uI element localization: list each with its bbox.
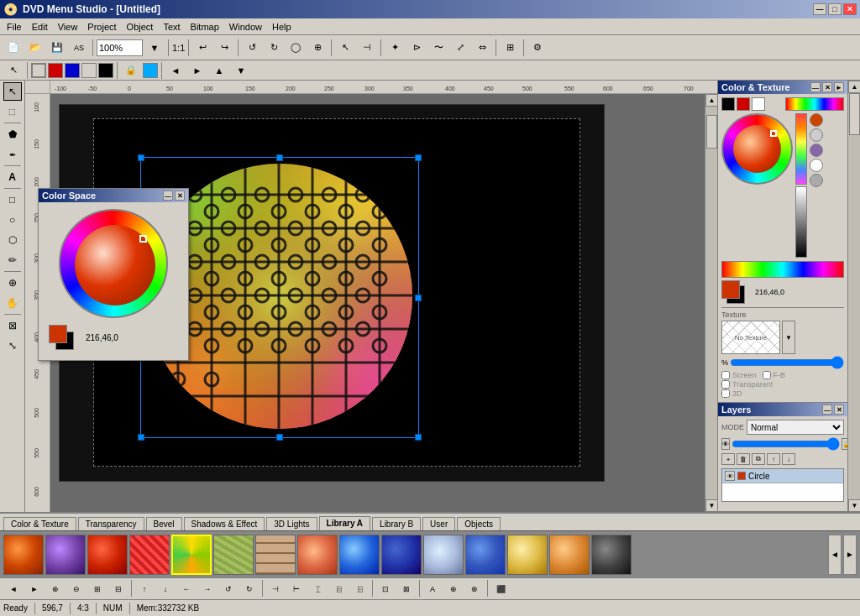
menu-bitmap[interactable]: Bitmap: [186, 20, 224, 34]
nav-left[interactable]: ◄: [165, 61, 186, 80]
bt-12[interactable]: ↻: [239, 580, 260, 598]
bt-11[interactable]: ↺: [218, 580, 239, 598]
zoom-tool[interactable]: ⊕: [3, 274, 22, 292]
lib-next-btn[interactable]: ►: [843, 535, 857, 575]
layers-minimize-btn[interactable]: —: [822, 405, 832, 415]
tab-library-a[interactable]: Library A: [319, 516, 371, 530]
lib-thumb-12[interactable]: [465, 535, 506, 575]
menu-text[interactable]: Text: [158, 20, 185, 34]
bt-10[interactable]: →: [197, 580, 218, 598]
arrow-tool[interactable]: ↖: [3, 61, 24, 80]
bt-13[interactable]: ⊣: [265, 580, 286, 598]
tab-3d-lights[interactable]: 3D Lights: [266, 517, 317, 530]
poly-tool[interactable]: ⬡: [3, 231, 22, 249]
lib-thumb-9[interactable]: [339, 535, 380, 575]
lib-thumb-7[interactable]: [255, 535, 296, 575]
handle-bl[interactable]: [138, 434, 144, 441]
hue-strip[interactable]: [795, 113, 807, 185]
bt-9[interactable]: ←: [176, 580, 197, 598]
tab-objects[interactable]: Objects: [457, 517, 501, 530]
bt-3[interactable]: ⊕: [45, 580, 66, 598]
screen-checkbox[interactable]: [721, 371, 730, 379]
minimize-button[interactable]: —: [813, 3, 826, 15]
rotate-ccw[interactable]: ↺: [242, 39, 262, 57]
v-scrollbar[interactable]: ▲ ▼: [705, 94, 717, 512]
fg-color-swatch[interactable]: [721, 280, 740, 299]
bt-6[interactable]: ⊟: [108, 580, 128, 598]
bt-4[interactable]: ⊖: [66, 580, 87, 598]
delete-layer-btn[interactable]: 🗑: [737, 453, 750, 465]
nav-up[interactable]: ▲: [209, 61, 229, 80]
cs-close-btn[interactable]: ✕: [175, 191, 185, 201]
menu-file[interactable]: File: [2, 20, 27, 34]
swatch-red[interactable]: [737, 97, 750, 111]
right-scroll-down[interactable]: ▼: [848, 499, 860, 512]
target-btn[interactable]: ⊕: [307, 39, 328, 57]
bt-19[interactable]: ⊠: [396, 580, 417, 598]
fill-swatch-black[interactable]: [98, 63, 113, 78]
nav-right[interactable]: ►: [187, 61, 207, 80]
pen-tool[interactable]: ✏: [3, 251, 22, 269]
lib-thumb-13[interactable]: [507, 535, 548, 575]
handle-tr[interactable]: [415, 154, 422, 161]
handle-bm[interactable]: [276, 434, 283, 441]
outline-swatch[interactable]: [31, 63, 46, 78]
bt-8[interactable]: ↓: [155, 580, 176, 598]
swatch-black[interactable]: [721, 97, 735, 111]
select-tool[interactable]: ↖: [3, 82, 22, 101]
scroll-thumb[interactable]: [706, 115, 717, 149]
path-tool[interactable]: ⊳: [406, 39, 427, 57]
lib-thumb-1[interactable]: [3, 535, 44, 575]
scroll-down-btn[interactable]: ▼: [705, 499, 717, 512]
panel-minimize-btn[interactable]: —: [810, 82, 821, 92]
new-layer-btn[interactable]: +: [721, 453, 735, 465]
color-spectrum-strip[interactable]: [785, 97, 844, 111]
fill-swatch-gray[interactable]: [81, 63, 97, 78]
crop-tool[interactable]: ⊠: [3, 316, 22, 335]
open-button[interactable]: 📂: [25, 39, 45, 57]
bt-2[interactable]: ►: [24, 580, 45, 598]
mirror-tool[interactable]: ⇔: [472, 39, 492, 57]
threed-checkbox[interactable]: [721, 389, 730, 398]
hand-tool[interactable]: ✋: [3, 294, 22, 312]
text-tool[interactable]: A: [3, 168, 22, 186]
color-wheel[interactable]: [721, 113, 793, 185]
lib-thumb-6[interactable]: [213, 535, 254, 575]
lib-thumb-2[interactable]: [45, 535, 86, 575]
redo-button[interactable]: ↪: [214, 39, 234, 57]
menu-edit[interactable]: Edit: [27, 20, 53, 34]
color-dot-1[interactable]: [810, 113, 823, 127]
cs-panel-header[interactable]: Color Space — ✕: [39, 189, 188, 202]
tab-color-texture[interactable]: Color & Texture: [3, 517, 76, 530]
color-dot-2[interactable]: [810, 128, 823, 142]
cs-minimize-btn[interactable]: —: [163, 191, 173, 201]
bt-22[interactable]: ⊗: [464, 580, 485, 598]
lib-prev-btn[interactable]: ◄: [828, 535, 842, 575]
color-spectrum-wide[interactable]: [721, 261, 844, 278]
move-down-btn[interactable]: ↓: [782, 453, 795, 465]
fill-swatch-red[interactable]: [48, 63, 63, 78]
save-button[interactable]: 💾: [47, 39, 67, 57]
bt-15[interactable]: ⌶: [307, 580, 328, 598]
tab-user[interactable]: User: [422, 517, 455, 530]
layer-item-circle[interactable]: 👁 Circle: [722, 469, 843, 483]
handle-br[interactable]: [415, 434, 422, 441]
handle-mr[interactable]: [415, 295, 422, 301]
warp-tool[interactable]: 〜: [428, 39, 448, 57]
layer-vis-btn[interactable]: 👁: [725, 471, 735, 481]
paintbucket-tool[interactable]: ⬟: [3, 125, 22, 144]
bt-20[interactable]: A: [422, 580, 443, 598]
bt-1[interactable]: ◄: [3, 580, 24, 598]
menu-object[interactable]: Object: [122, 20, 159, 34]
handle-tm[interactable]: [276, 154, 283, 161]
eyedropper-tool[interactable]: ✒: [3, 145, 22, 164]
tab-shadows[interactable]: Shadows & Effect: [184, 517, 265, 530]
deselect[interactable]: ⊣: [357, 39, 377, 57]
save-as-button[interactable]: AS: [69, 39, 89, 57]
tab-library-b[interactable]: Library B: [372, 517, 421, 530]
color-dot-4[interactable]: [810, 159, 823, 172]
swatch-white[interactable]: [752, 97, 765, 111]
lib-thumb-5[interactable]: [171, 535, 212, 575]
zoom-input[interactable]: [97, 39, 143, 56]
bt-14[interactable]: ⊢: [286, 580, 307, 598]
